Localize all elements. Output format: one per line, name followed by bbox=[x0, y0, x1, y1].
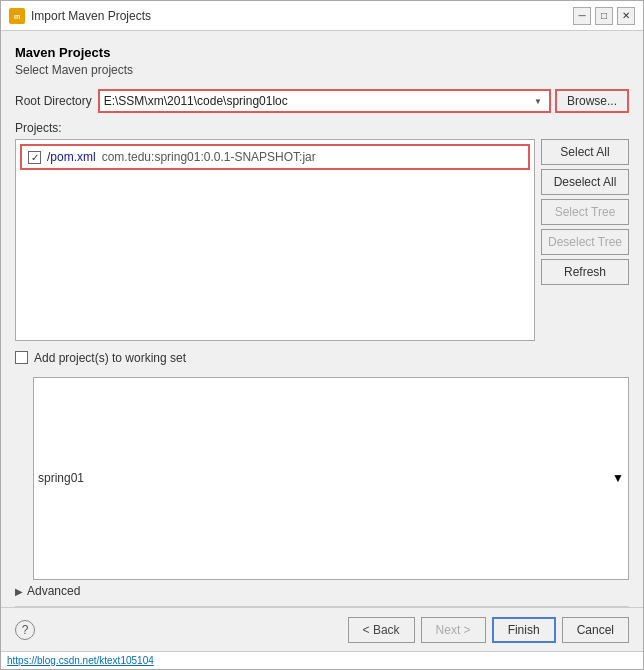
bottom-bar: ? < Back Next > Finish Cancel bbox=[1, 607, 643, 651]
working-set-checkbox[interactable] bbox=[15, 351, 28, 364]
refresh-button[interactable]: Refresh bbox=[541, 259, 629, 285]
side-buttons: Select All Deselect All Select Tree Dese… bbox=[541, 139, 629, 341]
root-directory-row: Root Directory E:\SSM\xm\2011\code\sprin… bbox=[15, 89, 629, 113]
window-title: Import Maven Projects bbox=[31, 9, 573, 23]
advanced-row[interactable]: ▶ Advanced bbox=[15, 584, 629, 598]
window-icon: m bbox=[9, 8, 25, 24]
dialog-window: m Import Maven Projects ─ □ ✕ Maven Proj… bbox=[0, 0, 644, 670]
minimize-button[interactable]: ─ bbox=[573, 7, 591, 25]
section-title: Maven Projects bbox=[15, 45, 629, 60]
working-set-label: Add project(s) to working set bbox=[34, 351, 186, 365]
help-button[interactable]: ? bbox=[15, 620, 35, 640]
select-all-button[interactable]: Select All bbox=[541, 139, 629, 165]
cancel-button[interactable]: Cancel bbox=[562, 617, 629, 643]
deselect-all-button[interactable]: Deselect All bbox=[541, 169, 629, 195]
title-bar: m Import Maven Projects ─ □ ✕ bbox=[1, 1, 643, 31]
back-button[interactable]: < Back bbox=[348, 617, 415, 643]
root-directory-combo[interactable]: E:\SSM\xm\2011\code\spring01loc ▼ bbox=[98, 89, 551, 113]
combo-arrow-icon: ▼ bbox=[531, 91, 545, 111]
working-set-combo[interactable]: spring01 ▼ bbox=[33, 377, 629, 581]
browse-button[interactable]: Browse... bbox=[555, 89, 629, 113]
close-button[interactable]: ✕ bbox=[617, 7, 635, 25]
advanced-label: Advanced bbox=[27, 584, 80, 598]
svg-text:m: m bbox=[14, 13, 20, 20]
checkmark-icon: ✓ bbox=[31, 152, 39, 163]
deselect-tree-button[interactable]: Deselect Tree bbox=[541, 229, 629, 255]
select-tree-button[interactable]: Select Tree bbox=[541, 199, 629, 225]
working-set-row: Add project(s) to working set bbox=[15, 351, 629, 365]
projects-area: ✓ /pom.xml com.tedu:spring01:0.0.1-SNAPS… bbox=[15, 139, 629, 341]
finish-button[interactable]: Finish bbox=[492, 617, 556, 643]
project-artifact: com.tedu:spring01:0.0.1-SNAPSHOT:jar bbox=[102, 150, 316, 164]
window-controls: ─ □ ✕ bbox=[573, 7, 635, 25]
project-name: /pom.xml bbox=[47, 150, 96, 164]
bottom-buttons: < Back Next > Finish Cancel bbox=[348, 617, 629, 643]
projects-list: ✓ /pom.xml com.tedu:spring01:0.0.1-SNAPS… bbox=[15, 139, 535, 341]
maximize-button[interactable]: □ bbox=[595, 7, 613, 25]
projects-label: Projects: bbox=[15, 121, 629, 135]
url-text: https://blog.csdn.net/ktext105104 bbox=[7, 655, 154, 666]
project-item[interactable]: ✓ /pom.xml com.tedu:spring01:0.0.1-SNAPS… bbox=[20, 144, 530, 170]
working-set-value: spring01 bbox=[38, 471, 612, 485]
url-bar: https://blog.csdn.net/ktext105104 bbox=[1, 651, 643, 669]
advanced-expand-icon: ▶ bbox=[15, 586, 23, 597]
working-set-combo-arrow-icon: ▼ bbox=[612, 471, 624, 485]
project-checkbox[interactable]: ✓ bbox=[28, 151, 41, 164]
content-area: Maven Projects Select Maven projects Roo… bbox=[1, 31, 643, 607]
root-directory-label: Root Directory bbox=[15, 94, 92, 108]
section-subtitle: Select Maven projects bbox=[15, 63, 629, 77]
next-button[interactable]: Next > bbox=[421, 617, 486, 643]
root-directory-value: E:\SSM\xm\2011\code\spring01loc bbox=[104, 94, 531, 108]
